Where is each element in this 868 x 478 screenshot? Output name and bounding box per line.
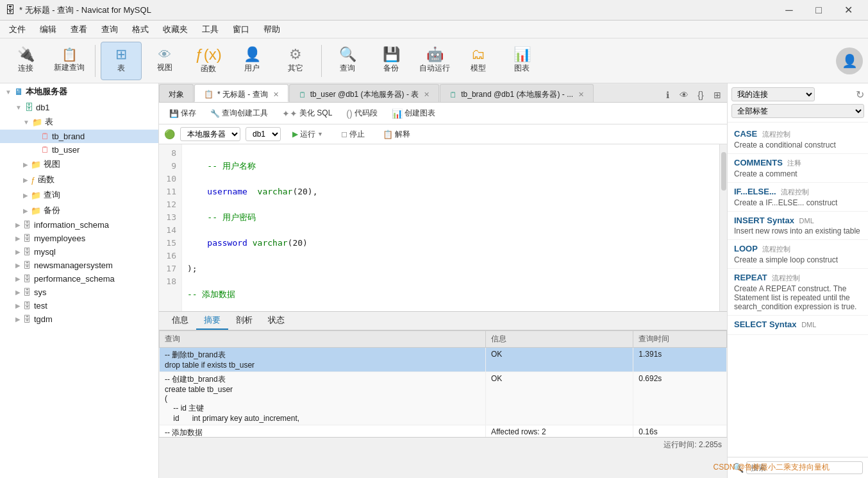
sidebar-item-mysql[interactable]: ▶ 🗄 mysql bbox=[0, 245, 158, 259]
minimize-button[interactable]: ─ bbox=[774, 0, 804, 21]
menu-edit[interactable]: 编辑 bbox=[33, 22, 63, 37]
queries-icon: 📁 bbox=[31, 191, 41, 200]
snippet-item-ifelse[interactable]: IF...ELSE... 流程控制 Create a IF...ELSE... … bbox=[728, 183, 868, 212]
toolbar-func[interactable]: ƒ(x) 函数 bbox=[188, 42, 229, 80]
build-icon: 🔧 bbox=[210, 109, 220, 118]
refresh-icon[interactable]: ↻ bbox=[856, 89, 864, 101]
sidebar-item-newsmanagersystem[interactable]: ▶ 🗄 newsmanagersystem bbox=[0, 259, 158, 272]
newquery-label: 新建查询 bbox=[54, 62, 85, 73]
tab-untitled-query[interactable]: 📋 * 无标题 - 查询 ✕ bbox=[194, 84, 288, 102]
tab-tb-user-close[interactable]: ✕ bbox=[424, 90, 430, 99]
sidebar-item-myemployees[interactable]: ▶ 🗄 myemployees bbox=[0, 232, 158, 245]
connection-flag-icon: 🟢 bbox=[164, 129, 175, 139]
menu-tools[interactable]: 工具 bbox=[196, 22, 225, 37]
result-info-1: OK bbox=[485, 348, 633, 372]
all-tags-select[interactable]: 全部标签 bbox=[731, 104, 864, 118]
newsmanagersystem-label: newsmanagersystem bbox=[34, 260, 113, 270]
sidebar-item-tgdm[interactable]: ▶ 🗄 tgdm bbox=[0, 312, 158, 326]
repeat-desc: Create A REPEAT construct. The Statement… bbox=[734, 284, 862, 311]
query-icon: 🔍 bbox=[339, 47, 356, 62]
snippet-item-case[interactable]: CASE 流程控制 Create a conditional construct bbox=[728, 125, 868, 154]
snippet-item-select[interactable]: SELECT Syntax DML bbox=[728, 316, 868, 335]
my-connection-select[interactable]: 我的连接 bbox=[731, 87, 815, 101]
toolbar-other[interactable]: ⚙ 其它 bbox=[275, 42, 316, 80]
snippet-item-comments[interactable]: COMMENTS 注释 Create a comment bbox=[728, 154, 868, 183]
table-row[interactable]: -- 删除tb_brand表drop table if exists tb_us… bbox=[160, 348, 727, 372]
connection-select[interactable]: 本地服务器 bbox=[180, 127, 240, 141]
snippet-item-loop[interactable]: LOOP 流程控制 Create a simple loop construct bbox=[728, 240, 868, 269]
right-panel-header: 我的连接 ↻ 全部标签 bbox=[728, 83, 868, 123]
menu-file[interactable]: 文件 bbox=[3, 22, 32, 37]
model-icon: 🗂 bbox=[471, 47, 485, 62]
sidebar-item-funcs[interactable]: ▶ ƒ 函数 bbox=[0, 172, 158, 187]
toolbar-connect[interactable]: 🔌 连接 bbox=[5, 42, 46, 80]
code-icon-btn[interactable]: {} bbox=[694, 88, 708, 102]
tab-tb-user[interactable]: 🗒 tb_user @db1 (本地服务器) - 表 ✕ bbox=[289, 84, 440, 102]
result-tab-profile[interactable]: 剖析 bbox=[228, 312, 260, 330]
toolbar-newquery[interactable]: 📋 新建查询 bbox=[49, 42, 90, 80]
toolbar-chart[interactable]: 📊 图表 bbox=[501, 42, 542, 80]
code-editor[interactable]: 8 9 10 11 12 13 14 15 16 17 18 -- 用户名称 u… bbox=[159, 144, 727, 311]
build-query-button[interactable]: 🔧 查询创建工具 bbox=[205, 106, 273, 121]
sidebar-item-performance_schema[interactable]: ▶ 🗄 performance_schema bbox=[0, 272, 158, 286]
result-tab-summary[interactable]: 摘要 bbox=[196, 312, 228, 330]
menu-window[interactable]: 窗口 bbox=[226, 22, 256, 37]
explain-label: 解释 bbox=[395, 129, 410, 140]
create-chart-button[interactable]: 📊 创建图表 bbox=[387, 106, 440, 121]
snippet-button[interactable]: () 代码段 bbox=[341, 106, 382, 121]
view-label: 视图 bbox=[157, 62, 172, 73]
beautify-button[interactable]: ✦✦ 美化 SQL bbox=[277, 106, 337, 121]
tab-objects[interactable]: 对象 bbox=[159, 84, 194, 102]
sidebar-item-tb-user[interactable]: 🗒 tb_user bbox=[0, 143, 158, 157]
chevron-down-icon: ▼ bbox=[23, 119, 29, 126]
menu-query[interactable]: 查询 bbox=[95, 22, 124, 37]
close-button[interactable]: ✕ bbox=[833, 0, 863, 21]
sidebar-item-views[interactable]: ▶ 📁 视图 bbox=[0, 157, 158, 172]
sidebar-item-queries[interactable]: ▶ 📁 查询 bbox=[0, 187, 158, 203]
tab-untitled-close[interactable]: ✕ bbox=[273, 90, 279, 99]
result-tab-status[interactable]: 状态 bbox=[260, 312, 292, 330]
result-tab-info[interactable]: 信息 bbox=[164, 312, 196, 330]
snippet-item-insert[interactable]: INSERT Syntax DML Insert new rows into a… bbox=[728, 212, 868, 240]
menu-view[interactable]: 查看 bbox=[64, 22, 94, 37]
menu-favorites[interactable]: 收藏夹 bbox=[156, 22, 194, 37]
stop-button[interactable]: ◻ 停止 bbox=[335, 128, 371, 141]
run-dropdown-icon: ▼ bbox=[317, 131, 323, 137]
sidebar-item-sys[interactable]: ▶ 🗄 sys bbox=[0, 286, 158, 299]
save-button[interactable]: 💾 保存 bbox=[164, 106, 201, 121]
tab-tb-brand[interactable]: 🗒 tb_brand @db1 (本地服务器) - ... ✕ bbox=[440, 84, 594, 102]
chart-icon: 📊 bbox=[513, 47, 531, 62]
toolbar-auto[interactable]: 🤖 自动运行 bbox=[414, 42, 455, 80]
grid-icon-btn[interactable]: ⊞ bbox=[710, 88, 724, 102]
menu-format[interactable]: 格式 bbox=[126, 22, 155, 37]
table-row[interactable]: -- 创建tb_brand表create table tb_user( -- i… bbox=[160, 372, 727, 425]
code-content[interactable]: -- 用户名称 username varchar(20), -- 用户密码 pa… bbox=[182, 144, 719, 311]
sidebar-item-backup[interactable]: ▶ 📁 备份 bbox=[0, 203, 158, 218]
snippet-item-repeat[interactable]: REPEAT 流程控制 Create A REPEAT construct. T… bbox=[728, 269, 868, 316]
table-row[interactable]: -- 添加数据 Affected rows: 2 0.16s bbox=[160, 425, 727, 438]
scrollbar-thumb[interactable] bbox=[721, 152, 726, 191]
sidebar-item-db1[interactable]: ▼ 🗄 db1 bbox=[0, 100, 158, 114]
sidebar-item-tables-folder[interactable]: ▼ 📁 表 bbox=[0, 114, 158, 130]
toolbar-backup[interactable]: 💾 备份 bbox=[371, 42, 412, 80]
explain-button[interactable]: 📋 解释 bbox=[376, 128, 417, 141]
menu-help[interactable]: 帮助 bbox=[257, 22, 287, 37]
sidebar-item-test[interactable]: ▶ 🗄 test bbox=[0, 299, 158, 312]
tab-tb-brand-close[interactable]: ✕ bbox=[578, 90, 584, 99]
toolbar-user[interactable]: 👤 用户 bbox=[231, 42, 272, 80]
editor-scrollbar[interactable] bbox=[719, 144, 727, 311]
maximize-button[interactable]: □ bbox=[804, 0, 833, 21]
info-icon-btn[interactable]: ℹ bbox=[660, 88, 674, 102]
toolbar-query[interactable]: 🔍 查询 bbox=[327, 42, 368, 80]
database-select[interactable]: db1 bbox=[246, 127, 281, 141]
sidebar-item-tb-brand[interactable]: 🗒 tb_brand bbox=[0, 130, 158, 143]
toolbar-view[interactable]: 👁 视图 bbox=[144, 42, 185, 80]
toolbar-model[interactable]: 🗂 模型 bbox=[458, 42, 499, 80]
eye-icon-btn[interactable]: 👁 bbox=[677, 88, 691, 102]
ifelse-tag: 流程控制 bbox=[781, 188, 809, 196]
run-button[interactable]: ▶ 运行 ▼ bbox=[286, 128, 330, 141]
db-icon: 🗄 bbox=[23, 247, 31, 257]
sidebar-item-information_schema[interactable]: ▶ 🗄 information_schema bbox=[0, 218, 158, 232]
toolbar-table[interactable]: ⊞ 表 bbox=[101, 42, 142, 80]
sidebar-local-server[interactable]: ▼ 🖥 本地服务器 bbox=[0, 83, 158, 100]
